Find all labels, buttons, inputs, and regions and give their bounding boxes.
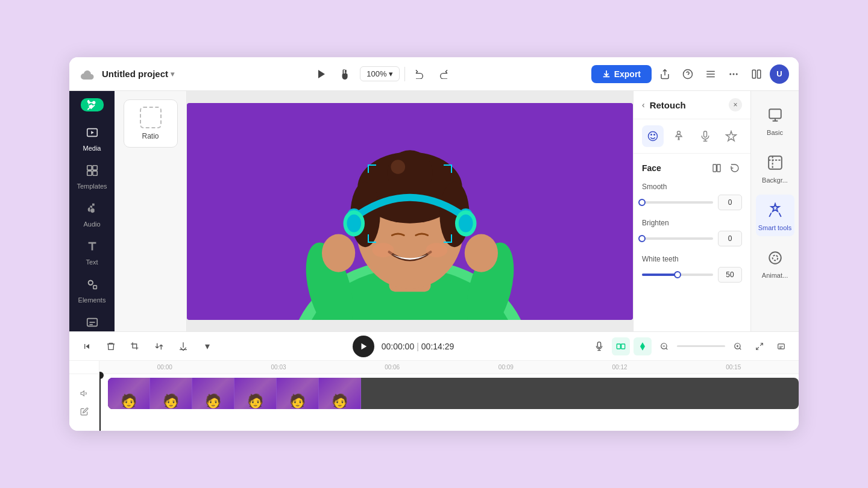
ruler-mark-2: 00:06 [335, 364, 449, 371]
ratio-card[interactable]: Ratio [124, 99, 178, 148]
svg-point-42 [459, 214, 473, 232]
svg-marker-71 [81, 391, 84, 396]
svg-rect-10 [87, 166, 91, 170]
track-thumb-5: 🧑 [277, 378, 319, 409]
retouch-tab-voice[interactable] [694, 125, 716, 147]
brighten-slider-row: Brighten 0 [642, 219, 742, 246]
svg-point-4 [729, 73, 731, 75]
rp-item-smart-tools[interactable]: Smart tools [756, 195, 794, 236]
header-left: Untitled project ▾ [79, 66, 174, 83]
main-area: Media Templates Audio Text [69, 91, 799, 331]
tl-zoom-track[interactable] [677, 345, 725, 347]
background-icon [764, 152, 786, 174]
track-thumb-3: 🧑 [192, 378, 234, 409]
svg-rect-7 [752, 70, 755, 78]
tl-play-button[interactable] [353, 336, 374, 357]
tl-zoom-out[interactable] [655, 337, 673, 355]
brighten-value: 0 [718, 231, 742, 246]
white-teeth-slider-row: White teeth 50 [642, 255, 742, 283]
tl-ruler-tracks: 00:00 00:03 00:06 00:09 00:12 00:15 [99, 361, 799, 431]
sidebar-item-text[interactable]: Text [73, 235, 112, 271]
tl-mic-button[interactable] [590, 337, 608, 355]
retouch-tab-more[interactable] [720, 125, 742, 147]
project-chevron: ▾ [171, 70, 174, 78]
tl-crop-button[interactable] [126, 337, 144, 355]
avatar[interactable]: U [770, 64, 789, 84]
retouch-back-button[interactable]: ‹ [642, 100, 645, 110]
tl-split-button[interactable] [612, 337, 630, 355]
retouch-reset-button[interactable] [728, 161, 742, 175]
tl-flip-button[interactable] [150, 337, 168, 355]
secondary-sidebar: Ratio [115, 91, 187, 331]
ruler-mark-5: 00:15 [676, 364, 790, 371]
rp-item-animate[interactable]: Animat... [756, 242, 794, 284]
tl-zoom-in[interactable] [729, 337, 747, 355]
svg-line-60 [666, 348, 668, 349]
retouch-close-button[interactable]: × [729, 98, 742, 111]
brighten-slider-control: 0 [642, 231, 742, 246]
more-button[interactable] [724, 64, 743, 84]
retouch-tab-face[interactable] [642, 125, 664, 147]
retouch-tab-body[interactable] [668, 125, 690, 147]
white-teeth-slider-thumb[interactable] [674, 271, 681, 278]
zoom-chevron: ▾ [389, 69, 393, 78]
svg-point-6 [736, 73, 738, 75]
smooth-slider-thumb[interactable] [638, 199, 646, 206]
tl-volume-button[interactable] [77, 386, 92, 401]
sidebar-item-templates[interactable]: Templates [73, 159, 112, 195]
header-center: 100% ▾ [181, 64, 584, 84]
zoom-value: 100% [366, 69, 386, 78]
smooth-value: 0 [718, 195, 742, 210]
share-button[interactable] [655, 64, 675, 84]
track-person-1: 🧑 [121, 393, 137, 409]
rp-label-background: Backgr... [762, 177, 788, 184]
basic-icon [764, 104, 786, 126]
tl-right [590, 337, 790, 355]
tl-download-button[interactable] [174, 337, 192, 355]
sidebar-item-captions[interactable]: Captions [73, 311, 112, 331]
svg-rect-54 [769, 156, 782, 169]
tl-time-display: 00:00:00 | 00:14:29 [382, 342, 454, 351]
sidebar-item-elements[interactable]: Elements [73, 273, 112, 308]
sidebar-item-audio[interactable]: Audio [73, 197, 112, 233]
redo-button[interactable] [434, 64, 453, 84]
menu-button[interactable] [701, 64, 720, 84]
sidebar-label-elements: Elements [78, 296, 106, 304]
tl-fullscreen-button[interactable] [750, 337, 769, 355]
svg-rect-57 [617, 344, 620, 349]
zoom-control[interactable]: 100% ▾ [360, 66, 400, 81]
tl-keyframe-button[interactable] [634, 337, 652, 355]
svg-point-36 [391, 160, 405, 174]
brighten-slider-thumb[interactable] [638, 235, 646, 242]
help-button[interactable] [678, 64, 697, 84]
tl-delete-button[interactable] [102, 337, 120, 355]
sidebar-item-media[interactable]: Media [73, 121, 112, 157]
sidebar-label-templates: Templates [77, 183, 107, 190]
retouch-body: Face Smooth [634, 154, 750, 331]
svg-point-15 [88, 281, 92, 285]
play-button[interactable] [312, 64, 331, 84]
tl-edit-button[interactable] [77, 404, 92, 419]
brighten-slider-track[interactable] [642, 237, 713, 240]
retouch-section-title: Face [642, 163, 661, 173]
split-view-button[interactable] [747, 64, 766, 84]
rp-item-basic[interactable]: Basic [756, 99, 794, 141]
track-thumb-inner-4: 🧑 [234, 378, 276, 409]
export-button[interactable]: Export [591, 65, 652, 83]
playhead [99, 374, 101, 431]
project-title[interactable]: Untitled project ▾ [102, 69, 174, 79]
tl-more-button[interactable]: ▾ [198, 337, 216, 355]
track-thumb-inner-6: 🧑 [319, 378, 360, 409]
white-teeth-slider-track[interactable] [642, 274, 713, 276]
undo-button[interactable] [410, 64, 429, 84]
track-thumb-1: 🧑 [108, 378, 150, 409]
svg-rect-52 [717, 164, 720, 172]
video-track[interactable]: 🧑 🧑 🧑 [108, 378, 799, 409]
retouch-compare-button[interactable] [709, 161, 724, 175]
hand-tool-button[interactable] [336, 64, 355, 84]
tl-caption-button[interactable] [772, 337, 790, 355]
rp-item-background[interactable]: Backgr... [756, 147, 794, 189]
smooth-slider-track[interactable] [642, 201, 713, 204]
timeline-toolbar: ▾ 00:00:00 | 00:14:29 [69, 332, 799, 361]
tl-scrub-start[interactable] [78, 337, 96, 355]
